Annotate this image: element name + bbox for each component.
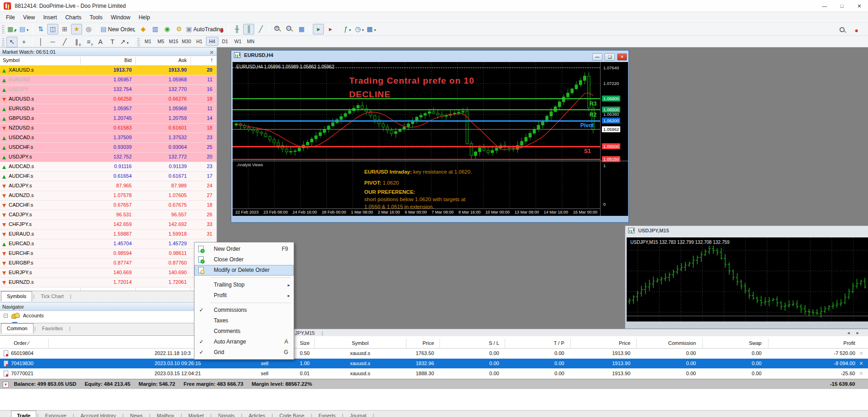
bar-chart-mode-icon[interactable]: ╫ xyxy=(231,24,242,34)
mw-row-usdcad.s[interactable]: USDCAD.s1.375091.3753223 xyxy=(0,133,217,143)
menu-item-close-order[interactable]: ✓Close Order xyxy=(195,254,294,265)
market-watch-close-icon[interactable]: ✕ xyxy=(210,48,214,56)
mw-row-audchf.s[interactable]: AUDCHF.s0.616540.6167117 xyxy=(0,172,217,181)
menu-item-modify-or-delete-order[interactable]: ✱Modify or Delete Order xyxy=(195,265,294,276)
tabbar-scroll-left-icon[interactable]: ◂ xyxy=(847,330,850,335)
mw-row-eurnzd.s[interactable]: EURNZD.s1.720141.72061 xyxy=(0,278,217,287)
tree-collapse-icon[interactable]: − xyxy=(4,314,8,318)
channel-tool-icon[interactable]: ∥E xyxy=(71,37,82,47)
templates-list-icon[interactable]: ▩▾ xyxy=(366,24,377,34)
chart-window-usdjpy-titlebar[interactable]: USDJPY,M15 xyxy=(625,226,868,236)
order-row-70419830[interactable]: 704198302023.03.10 09:26:15sell1.00xauus… xyxy=(0,359,868,369)
toolbox-tab-exposure[interactable]: Exposure xyxy=(39,411,72,417)
timeframe-h1[interactable]: H1 xyxy=(193,37,206,46)
navigator-toggle-icon[interactable]: ◫ xyxy=(47,24,58,34)
timeframe-m15[interactable]: M15 xyxy=(167,37,180,46)
mw-col-bid[interactable]: Bid xyxy=(80,57,132,63)
mw-row-eurchf.s[interactable]: EURCHF.s0.985940.98611 xyxy=(0,249,217,259)
mw-col-ask[interactable]: Ask xyxy=(135,57,187,63)
close-order-icon[interactable]: ✕ xyxy=(858,371,864,377)
mw-row-cadjpy.s[interactable]: CADJPY.s96.53196.55726 xyxy=(0,210,217,220)
eurusd-chart-area[interactable]: EURUSD,H4 1.05896 1.05989 1.05862 1.0596… xyxy=(233,62,628,216)
tab-symbols[interactable]: Symbols xyxy=(1,291,32,301)
new-chart-icon[interactable]: ▦+▾ xyxy=(6,24,17,34)
usdjpy-chart-area[interactable]: USDJPY,M15 132.783 132.799 132.708 132.7… xyxy=(627,237,868,321)
mw-row-usdjpy.s[interactable]: USDJPY.s132.752132.77220 xyxy=(0,152,217,162)
close-order-icon[interactable]: ✕ xyxy=(858,350,864,356)
tab-tick-chart[interactable]: Tick Chart xyxy=(35,292,69,301)
search-icon[interactable] xyxy=(838,25,849,36)
ea-settings-icon[interactable]: ⚙ xyxy=(173,24,184,34)
menu-item-trailing-stop[interactable]: Trailing Stop▸ xyxy=(195,280,294,290)
toolbox-tab-journal[interactable]: Journal xyxy=(344,411,372,417)
mw-row-usdchf.s[interactable]: USDCHF.s0.930390.9306425 xyxy=(0,143,217,152)
trendline-tool-icon[interactable]: ╱ xyxy=(59,37,70,47)
toolbox-tab-news[interactable]: News xyxy=(124,411,148,417)
periods-list-icon[interactable]: ◷▾ xyxy=(354,24,365,34)
chart-autoscroll-icon[interactable]: ▸ xyxy=(325,24,336,34)
tree-item-accounts[interactable]: Accounts xyxy=(23,313,44,318)
menu-view[interactable]: View xyxy=(19,12,39,23)
mw-row-eurjpy.s[interactable]: EURJPY.s140.669140.690 xyxy=(0,268,217,278)
orders-col-commission[interactable]: Commission xyxy=(632,340,696,346)
timeframe-m1[interactable]: M1 xyxy=(142,37,154,46)
chart-minimize-icon[interactable]: — xyxy=(592,53,602,61)
order-row-70770021[interactable]: 707700212023.03.15 12:04:21sell0.01xauus… xyxy=(0,369,868,379)
mw-row-xauusd.s[interactable]: XAUUSD.s1913.701913.9020 xyxy=(0,66,217,75)
mw-col-symbol[interactable]: Symbol xyxy=(3,57,20,63)
find-symbol-icon[interactable]: ◎ xyxy=(83,24,94,34)
menu-insert[interactable]: Insert xyxy=(39,12,61,23)
menu-help[interactable]: Help xyxy=(134,12,154,23)
maximize-icon[interactable]: □ xyxy=(833,0,851,12)
line-chart-mode-icon[interactable]: ╱ xyxy=(255,24,266,34)
zoom-out-icon[interactable]: − xyxy=(284,24,295,34)
toolbox-tab-mailbox[interactable]: Mailbox xyxy=(151,411,180,417)
menu-item-profit[interactable]: Profit▸ xyxy=(195,290,294,301)
toolbox-tab-market[interactable]: Market xyxy=(183,411,210,417)
orders-col-swap[interactable]: Swap xyxy=(697,340,762,346)
vline-tool-icon[interactable]: │ xyxy=(35,37,46,47)
chart-tab-usdjpy[interactable]: JPY,M15 xyxy=(295,330,315,336)
mw-row-audusd.s[interactable]: AUDUSD.s0.662580.6627618 xyxy=(0,95,217,104)
chart-close-icon[interactable]: ✕ xyxy=(617,53,627,61)
orders-col-sl[interactable]: S / L xyxy=(435,340,499,346)
data-window-icon[interactable]: ⊞ xyxy=(59,24,70,34)
close-order-icon[interactable]: ✕ xyxy=(858,361,864,366)
mw-row-euraud.s[interactable]: EURAUD.s1.598871.5991831 xyxy=(0,230,217,239)
menu-charts[interactable]: Charts xyxy=(61,12,85,23)
toolbox-tab-code-base[interactable]: Code Base xyxy=(274,411,310,417)
deposit-icon[interactable]: ◆ xyxy=(138,24,149,34)
chart-window-eurusd-titlebar[interactable]: EURUSD,H4 — ❑ ✕ xyxy=(231,51,629,61)
tabbar-scroll-right-icon[interactable]: ▸ xyxy=(857,330,859,335)
chart-shift-icon[interactable]: ▸ xyxy=(313,24,324,34)
mw-row-eurusd[interactable]: EURUSD1.059571.0596811 xyxy=(0,75,217,85)
menu-item-comments[interactable]: Comments xyxy=(195,326,294,337)
hline-tool-icon[interactable]: ─ xyxy=(47,37,58,47)
toolbox-tab-signals[interactable]: Signals xyxy=(212,411,240,417)
toolbox-tab-account-history[interactable]: Account History xyxy=(75,411,122,417)
chart-restore-icon[interactable]: ❑ xyxy=(605,53,615,61)
toolbox-tab-trade[interactable]: Trade xyxy=(11,411,36,417)
cursor-tool-icon[interactable]: ↖ xyxy=(6,37,17,47)
mw-row-eurcad.s[interactable]: EURCAD.s1.457041.45729 xyxy=(0,239,217,249)
menu-item-new-order[interactable]: +New OrderF9 xyxy=(195,244,294,254)
menu-item-taxes[interactable]: Taxes xyxy=(195,316,294,326)
timeframe-mn[interactable]: MN xyxy=(245,37,257,46)
signals-icon[interactable]: ◉ xyxy=(161,24,172,34)
label-tool-icon[interactable]: T xyxy=(107,37,118,47)
notification-icon[interactable]: ● xyxy=(851,25,862,36)
timeframe-m30[interactable]: M30 xyxy=(180,37,193,46)
menu-window[interactable]: Window xyxy=(107,12,135,23)
orders-col-price[interactable]: Price xyxy=(370,340,434,346)
profiles-icon[interactable]: ▤▾ xyxy=(18,24,29,34)
autotrading-button[interactable]: ▣AutoTrading xyxy=(185,24,225,34)
menu-file[interactable]: File xyxy=(2,12,19,23)
order-row-65019804[interactable]: 650198042022.11.18 10:3sell0.50xauusd.s1… xyxy=(0,349,868,359)
crosshair-tool-icon[interactable]: + xyxy=(18,37,29,47)
market-watch-toggle-icon[interactable]: ⇅ xyxy=(35,24,46,34)
mw-row-audcad.s[interactable]: AUDCAD.s0.911160.9113923 xyxy=(0,162,217,172)
timeframe-m5[interactable]: M5 xyxy=(155,37,167,46)
menu-tools[interactable]: Tools xyxy=(86,12,107,23)
minimize-icon[interactable]: — xyxy=(816,0,833,12)
orders-col-tp[interactable]: T / P xyxy=(500,340,564,346)
